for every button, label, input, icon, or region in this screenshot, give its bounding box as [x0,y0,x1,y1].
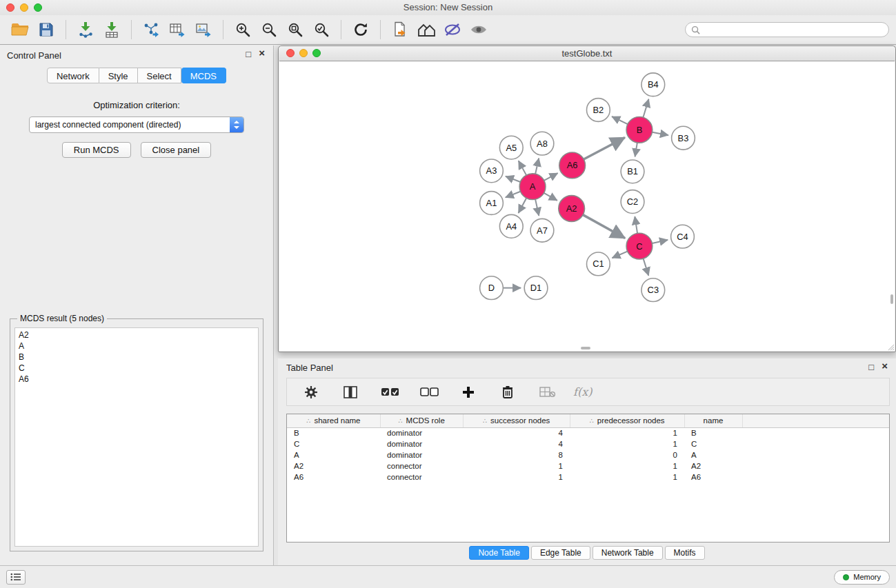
table-cell[interactable]: dominator [380,438,463,449]
run-mcds-button[interactable]: Run MCDS [62,142,131,158]
graph-node-A5[interactable]: A5 [499,136,523,159]
table-cell[interactable]: dominator [380,449,463,460]
table-row[interactable]: A2connector11A2 [287,460,889,472]
mcds-result-item[interactable]: C [19,363,255,374]
graph-node-D[interactable]: D [480,276,504,300]
graph-node-C3[interactable]: C3 [641,278,665,302]
table-cell[interactable]: A2 [684,460,742,472]
open-file-icon[interactable] [9,19,31,41]
export-network-icon[interactable] [140,19,162,41]
zoom-fit-icon[interactable] [284,19,306,41]
close-panel-button[interactable]: Close panel [141,142,212,158]
close-table-panel-icon[interactable]: × [882,361,888,371]
graph-node-A8[interactable]: A8 [530,132,554,155]
network-window-titlebar[interactable]: testGlobe.txt [279,46,895,61]
graph-edge-C-C3[interactable] [644,258,649,276]
graph-edge-A-A4[interactable] [519,198,527,213]
table-cell[interactable]: 1 [570,472,684,483]
float-table-panel-icon[interactable]: □ [868,363,874,372]
import-network-icon[interactable] [74,19,97,41]
save-session-icon[interactable] [35,19,57,41]
export-table-icon[interactable] [166,19,188,41]
task-history-button[interactable] [6,570,26,585]
resize-grip[interactable] [887,343,894,350]
select-all-icon[interactable] [379,381,401,403]
zoom-selected-icon[interactable] [310,19,332,41]
graph-node-C4[interactable]: C4 [671,225,695,248]
graph-edge-A-A1[interactable] [506,192,521,198]
graph-node-C[interactable]: C [626,233,653,259]
tab-motifs[interactable]: Motifs [665,546,705,560]
graph-edge-B-B1[interactable] [635,143,637,156]
table-cell[interactable]: 1 [463,472,570,483]
graph-node-A[interactable]: A [519,174,546,200]
table-row[interactable]: Bdominator41B [287,427,889,438]
graph-node-C1[interactable]: C1 [587,252,610,276]
tab-network-table[interactable]: Network Table [593,546,663,560]
mcds-result-item[interactable]: A6 [19,374,255,385]
float-panel-icon[interactable]: □ [246,50,251,59]
graph-edge-B-B2[interactable] [612,116,628,124]
table-cell[interactable]: 1 [570,438,684,449]
table-cell[interactable]: B [684,427,742,438]
graph-node-B2[interactable]: B2 [587,99,610,122]
graph-edge-A-A7[interactable] [535,199,539,216]
table-cell[interactable]: B [287,427,380,438]
table-cell[interactable]: C [287,438,380,449]
mcds-result-item[interactable]: B [19,352,255,363]
refresh-icon[interactable] [350,19,372,41]
close-panel-icon[interactable]: × [259,48,265,58]
column-header-name[interactable]: name [684,414,742,427]
network-graph[interactable]: AA1A2A3A4A5A6A7A8BB1B2B3B4CC1C2C3C4DD1 [279,61,895,351]
graph-edge-A6-B[interactable] [584,137,625,159]
criterion-dropdown[interactable]: largest connected component (directed) [29,116,244,133]
graph-edge-A-A6[interactable] [544,173,558,181]
delete-row-icon[interactable] [497,381,519,403]
search-field[interactable] [685,22,889,37]
table-cell[interactable]: 1 [570,460,684,472]
table-cell[interactable]: 4 [463,427,570,438]
column-header-successor-nodes[interactable]: ∴successor nodes [463,414,570,427]
table-cell[interactable]: 8 [463,449,570,460]
column-header-predecessor-nodes[interactable]: ∴predecessor nodes [570,414,684,427]
graph-node-A6[interactable]: A6 [559,152,586,179]
tab-mcds[interactable]: MCDS [181,68,226,83]
graph-node-A7[interactable]: A7 [530,219,554,242]
graph-node-A3[interactable]: A3 [480,159,504,183]
function-builder-icon[interactable]: f(x) [573,385,592,398]
table-cell[interactable]: 1 [570,427,684,438]
table-cell[interactable]: 4 [463,438,570,449]
graph-edge-B-B3[interactable] [652,132,668,135]
table-row[interactable]: Adominator80A [287,449,889,460]
search-input[interactable] [704,25,883,34]
table-cell[interactable]: connector [380,472,463,483]
table-cell[interactable]: A2 [287,460,380,472]
table-settings-gear-icon[interactable] [300,381,322,403]
hide-graphics-details-icon[interactable] [468,19,490,41]
table-row[interactable]: Cdominator41C [287,438,889,449]
graph-edge-B-B4[interactable] [643,99,648,118]
graph-node-B4[interactable]: B4 [641,73,665,97]
graph-node-C2[interactable]: C2 [621,190,644,214]
mcds-result-item[interactable]: A [19,341,255,352]
table-cell[interactable]: A [684,449,742,460]
zoom-out-icon[interactable] [258,19,280,41]
graph-node-A4[interactable]: A4 [499,214,523,238]
vertical-scrollbar[interactable] [890,294,893,304]
open-session-file-icon[interactable] [389,19,411,41]
table-cell[interactable]: A6 [684,472,742,483]
table-cell[interactable]: A6 [287,472,380,483]
table-row[interactable]: A6connector11A6 [287,472,889,483]
table-cell[interactable]: connector [380,460,463,472]
graph-edge-A2-C[interactable] [583,215,625,239]
table-cell[interactable]: A [287,449,380,460]
unselect-all-icon[interactable] [418,381,440,403]
graph-edge-C-C4[interactable] [652,240,668,243]
column-header-mcds-role[interactable]: ∴MCDS role [380,414,463,427]
graph-edge-C-C1[interactable] [612,252,627,258]
table-cell[interactable]: dominator [380,427,463,438]
zoom-in-icon[interactable] [232,19,254,41]
home-icon[interactable] [415,19,437,41]
graph-edge-A-A5[interactable] [519,161,526,175]
graph-node-B1[interactable]: B1 [621,160,644,183]
